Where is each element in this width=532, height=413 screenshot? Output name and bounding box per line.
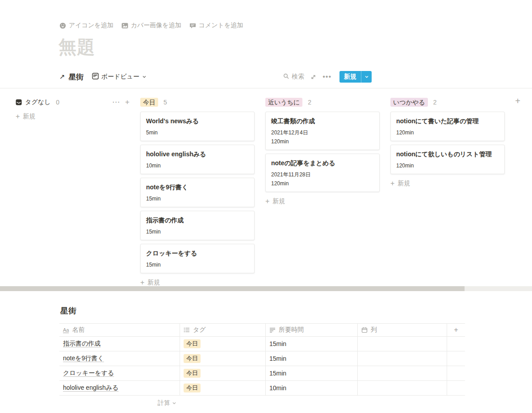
table-cell-tag[interactable]: 今日 <box>180 381 266 396</box>
table-cell-tag[interactable]: 今日 <box>180 337 266 351</box>
add-card-label: 新規 <box>147 279 160 287</box>
table-cell-name[interactable]: noteを9行書く <box>59 351 180 366</box>
table-cell-col[interactable] <box>358 337 447 351</box>
card-property: 15min <box>146 261 249 268</box>
table-column-header-2[interactable]: 所要時間 <box>266 323 358 337</box>
card-title: hololive englishみる <box>146 150 249 159</box>
table-cell-col[interactable] <box>358 366 447 381</box>
inbox-icon <box>16 99 22 105</box>
add-card-button[interactable]: +新規 <box>390 179 505 188</box>
column-name-badge[interactable]: いつかやる <box>390 98 428 107</box>
board-card[interactable]: notionにて書いた記事の管理120min <box>390 112 505 141</box>
tag-badge: 今日 <box>184 354 201 363</box>
open-link-arrow-icon[interactable]: ↗ <box>59 73 65 81</box>
board-column-someday: いつかやる2notionにて書いた記事の管理120minnotionにて欲しいも… <box>390 97 505 286</box>
table-cell-col[interactable] <box>358 351 447 366</box>
table-cell-name[interactable]: 指示書の作成 <box>59 337 180 351</box>
new-record-dropdown[interactable] <box>361 71 372 83</box>
board-card[interactable]: World's newsみる5min <box>140 112 255 141</box>
board-column-header: タグなし0⋯+ <box>16 97 130 107</box>
column-header-label: 所要時間 <box>279 326 304 334</box>
new-record-label[interactable]: 新規 <box>339 71 361 83</box>
column-count: 5 <box>163 99 167 106</box>
add-card-button[interactable]: +新規 <box>265 197 380 205</box>
card-title: クロッキーをする <box>146 249 249 258</box>
search-button[interactable]: 検索 <box>283 73 304 81</box>
add-cover-label: カバー画像を追加 <box>131 21 181 29</box>
calc-dropdown[interactable]: 計算 <box>59 396 180 410</box>
board-column-header: 近いうちに2 <box>265 97 380 107</box>
table-cell-name[interactable]: hololive englishみる <box>59 381 180 396</box>
board-card[interactable]: noteの記事をまとめる2021年11月28日120min <box>265 154 380 192</box>
board-view-icon <box>92 73 99 81</box>
board-card[interactable]: 指示書の作成15min <box>140 211 255 240</box>
expand-icon[interactable] <box>310 74 316 80</box>
table-cell-time[interactable]: 15min <box>266 351 358 366</box>
add-group-button[interactable]: + <box>515 96 520 105</box>
table-column-header-1[interactable]: タグ <box>180 323 266 337</box>
table-column-header-0[interactable]: Aa名前 <box>59 323 180 337</box>
calc-empty-cell <box>180 396 266 410</box>
board-column-soon: 近いうちに2竣工書類の作成2021年12月4日120minnoteの記事をまとめ… <box>265 97 380 286</box>
horizontal-scrollbar-thumb[interactable] <box>0 286 465 291</box>
board-card[interactable]: hololive englishみる10min <box>140 145 255 174</box>
collection-title[interactable]: 星街 <box>69 72 84 82</box>
row-title[interactable]: hololive englishみる <box>63 384 118 392</box>
column-name-badge[interactable]: 近いうちに <box>265 98 302 107</box>
page-action-bar: アイコンを追加 カバー画像を追加 コメントを追加 <box>0 0 532 29</box>
table-cell-tag[interactable]: 今日 <box>180 351 266 366</box>
row-title[interactable]: noteを9行書く <box>63 355 104 363</box>
add-card-label: 新規 <box>23 113 35 121</box>
board-column-header: いつかやる2 <box>390 97 505 107</box>
card-property: 120min <box>271 180 374 187</box>
table-cell-empty <box>447 366 465 381</box>
new-record-button[interactable]: 新規 <box>339 71 372 83</box>
add-comment-button[interactable]: コメントを追加 <box>189 21 243 29</box>
column-name-badge[interactable]: 今日 <box>140 98 158 107</box>
add-card-button[interactable]: +新規 <box>16 113 130 121</box>
table-cell-time[interactable]: 10min <box>266 381 358 396</box>
row-title[interactable]: 指示書の作成 <box>63 340 101 348</box>
add-card-label: 新規 <box>272 197 285 205</box>
column-add-icon[interactable]: + <box>125 99 130 105</box>
column-name: タグなし <box>25 98 50 106</box>
card-property: 2021年12月4日 <box>271 129 374 136</box>
page-title[interactable]: 無題 <box>59 35 532 59</box>
table-cell-time[interactable]: 15min <box>266 366 358 381</box>
card-property: 5min <box>146 129 249 136</box>
column-header-label: 名前 <box>72 326 84 334</box>
column-header-label: タグ <box>193 326 206 334</box>
table-title[interactable]: 星街 <box>60 305 532 316</box>
add-cover-button[interactable]: カバー画像を追加 <box>121 21 181 29</box>
board-card[interactable]: クロッキーをする15min <box>140 244 255 273</box>
table-cell-time[interactable]: 15min <box>266 337 358 351</box>
column-count: 2 <box>433 99 437 106</box>
plus-icon: + <box>390 180 394 187</box>
add-icon-button[interactable]: アイコンを追加 <box>59 21 113 29</box>
table-column-header-3[interactable]: 列 <box>358 323 447 337</box>
plus-icon: + <box>16 113 20 120</box>
horizontal-scrollbar[interactable] <box>0 286 532 291</box>
smiley-icon <box>59 22 66 29</box>
calc-label: 計算 <box>158 399 170 407</box>
add-card-button[interactable]: +新規 <box>140 279 255 287</box>
add-column-button[interactable]: + <box>447 323 465 337</box>
board-card[interactable]: noteを9行書く15min <box>140 178 255 207</box>
column-more-icon[interactable]: ⋯ <box>112 99 120 105</box>
add-comment-label: コメントを追加 <box>199 21 243 29</box>
plus-icon: + <box>140 280 144 286</box>
card-title: World's newsみる <box>146 117 249 125</box>
view-switcher[interactable]: ボードビュー <box>92 73 147 81</box>
table-cell-tag[interactable]: 今日 <box>180 366 266 381</box>
date-icon <box>361 327 368 333</box>
row-title[interactable]: クロッキーをする <box>63 369 114 377</box>
table-cell-name[interactable]: クロッキーをする <box>59 366 180 381</box>
add-icon-label: アイコンを追加 <box>69 21 113 29</box>
tag-badge: 今日 <box>184 369 201 378</box>
more-options-icon[interactable]: ••• <box>323 75 331 79</box>
board-card[interactable]: notionにて欲しいものリスト管理120min <box>390 145 505 174</box>
board-card[interactable]: 竣工書類の作成2021年12月4日120min <box>265 112 380 150</box>
card-property: 10min <box>146 162 249 169</box>
calc-row: 計算 <box>59 396 532 410</box>
table-cell-col[interactable] <box>358 381 447 396</box>
